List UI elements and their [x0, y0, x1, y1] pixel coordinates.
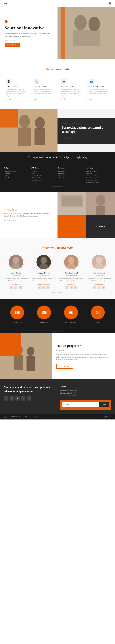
- agency-link[interactable]: Immagine di Freepik: [62, 137, 75, 139]
- expertise-heading: Design: [4, 167, 29, 169]
- svg-rect-9: [18, 128, 31, 146]
- social-link[interactable]: t: [98, 286, 101, 289]
- stat-label: PREMI: [96, 322, 100, 323]
- svg-point-2: [74, 15, 87, 30]
- footer-copyright: Copyright © 2024 Tutti i diritti riserva…: [4, 416, 40, 418]
- newsletter-submit-button[interactable]: INVIA: [99, 402, 109, 407]
- expertise-item: Proptypes: [31, 170, 57, 172]
- stat-label: PROGETTI: [41, 322, 48, 323]
- wwd-content: COSA FACCIAMO Lorem ipsum dolor sit amet…: [0, 192, 58, 238]
- expertise-item: Sviluppo: [58, 172, 84, 175]
- footer-socials: ft▶inp: [4, 396, 55, 400]
- expertise-grid: DesignMockup del prodottoWireframeUI/UXS…: [4, 167, 111, 183]
- social-link[interactable]: t: [42, 286, 45, 289]
- expertise-section: DesignMockup del prodottoWireframeUI/UXS…: [0, 162, 115, 192]
- service-card: 👥 Team di professionisti Lorem ipsum dol…: [86, 76, 112, 103]
- wwd-images: MOCKUP CUBIKEN: [58, 192, 115, 238]
- team-member-link[interactable]: Sviluppatore web: [59, 283, 84, 285]
- svg-rect-18: [96, 206, 105, 215]
- stat-number: 34: [96, 310, 100, 314]
- cta-section: Hai un progetto? Parliamo Duis aute irur…: [0, 333, 115, 379]
- svg-point-23: [41, 257, 47, 264]
- team-member-desc: Lorem ipsum dolor sit amet, adipiscing e…: [59, 278, 84, 282]
- service-desc: Lorem ipsum dolor sit amet, con adipisci…: [61, 88, 82, 97]
- social-link[interactable]: t: [70, 286, 73, 289]
- wwd-img-2: [86, 192, 115, 215]
- agency-content: SULL'AGENZIA DIGITALE Strategia, design,…: [58, 109, 115, 152]
- dark-band-text: Ci occupiamo di ricerca utenti, UX desig…: [4, 156, 111, 159]
- svg-rect-34: [14, 355, 23, 370]
- newsletter-email-input[interactable]: [62, 402, 99, 407]
- hero-cta-button[interactable]: CONTATTACI: [4, 43, 20, 47]
- footer-social-icon[interactable]: in: [21, 396, 25, 400]
- social-link[interactable]: f: [65, 286, 68, 289]
- svg-rect-5: [60, 7, 65, 60]
- svg-point-17: [96, 195, 105, 206]
- service-link[interactable]: DI PIÙ ›: [34, 98, 54, 100]
- svg-point-3: [88, 17, 100, 32]
- service-link[interactable]: DI PIÙ ›: [61, 98, 82, 100]
- social-link[interactable]: t: [14, 286, 17, 289]
- social-link[interactable]: in: [102, 286, 105, 289]
- stat-item: 34 PREMI: [91, 306, 105, 324]
- phone-label: Telefono:: [60, 392, 66, 394]
- social-link[interactable]: f: [10, 286, 13, 289]
- team-member-desc: Lorem ipsum dolor sit amet, adipiscing e…: [87, 278, 112, 282]
- expertise-list: WordPressSviluppo3 siti webJavaScript: [58, 170, 84, 179]
- team-member-link[interactable]: Direttore di design per: [31, 283, 56, 285]
- hamburger-icon[interactable]: ☰: [109, 2, 111, 5]
- team-grid: Alex Smith Lorem ipsum Lorem ipsum dolor…: [4, 254, 111, 289]
- agency-section: SULL'AGENZIA DIGITALE Strategia, design,…: [0, 109, 115, 152]
- service-link[interactable]: DI PIÙ ›: [6, 98, 27, 100]
- team-member-role: Lorem ipsum: [87, 275, 112, 276]
- agency-title: Strategia, design, contenuti e tecnologi…: [62, 125, 111, 134]
- footer-inner: Nam ultrices ultrices nec toror pulvinar…: [4, 385, 111, 410]
- footer-contact: Contatti Indirizzo: New York, USA Telefo…: [60, 385, 111, 410]
- team-member-link[interactable]: Lorem ipsum: [87, 283, 112, 285]
- footer-tagline-block: Nam ultrices ultrices nec toror pulvinar…: [4, 385, 55, 410]
- footer-social-icon[interactable]: f: [4, 396, 8, 400]
- service-icon: 👥: [89, 79, 94, 84]
- stat-item: 158 PROGETTI: [37, 306, 51, 324]
- expertise-item: Hosting di siti web: [31, 177, 57, 179]
- wwd-brand-name: CUBIKEN: [95, 224, 106, 229]
- stats-section: 288 CLIENTI FELICI 158 PROGETTI 98 TAZZE…: [0, 299, 115, 330]
- footer-social-icon[interactable]: p: [27, 396, 31, 400]
- stat-number: 98: [69, 310, 73, 314]
- svg-point-20: [13, 257, 19, 264]
- agency-photo: [0, 109, 58, 152]
- service-icon: 💻: [61, 79, 66, 84]
- team-member-link[interactable]: Lavora con lui: [4, 283, 28, 285]
- cta-button[interactable]: CONTATTACI: [57, 364, 73, 369]
- service-link[interactable]: DI PIÙ ›: [89, 98, 109, 100]
- social-link[interactable]: in: [47, 286, 50, 289]
- social-link[interactable]: in: [19, 286, 22, 289]
- cta-subtitle: Parliamo: [57, 349, 111, 351]
- hero-image-credit: Immagine di Freepik: [4, 40, 53, 42]
- agency-label: SULL'AGENZIA DIGITALE: [62, 122, 111, 124]
- service-icon: 📱: [6, 79, 11, 84]
- team-section: Incontra il nostro team Alex Smith Lorem…: [0, 238, 115, 299]
- svg-point-8: [19, 115, 30, 128]
- service-card: 🔧 Servizi di mobilità Lorem ipsum dolor …: [31, 76, 57, 103]
- footer-social-icon[interactable]: ▶: [15, 396, 20, 400]
- team-member-card: maggio Brown Direttore di design Lorem i…: [31, 254, 56, 289]
- social-link[interactable]: in: [74, 286, 77, 289]
- social-link[interactable]: f: [38, 286, 41, 289]
- team-avatar: [36, 254, 51, 270]
- team-socials: ftin: [4, 286, 28, 289]
- newsletter-form: INVIA: [62, 402, 109, 407]
- footer-social-icon[interactable]: t: [9, 396, 14, 400]
- svg-point-26: [68, 257, 74, 264]
- stat-circle: 98: [64, 306, 78, 320]
- hero-dot: [4, 20, 8, 23]
- hero-section: Soluzioni innovative Lorem ipsum dolor s…: [0, 7, 115, 60]
- logo[interactable]: logo: [4, 2, 8, 5]
- team-member-card: Ann Richmond Sviluppatore web Lorem ipsu…: [59, 254, 84, 289]
- agency-image: [0, 109, 58, 152]
- address-value: New York, USA: [67, 390, 77, 391]
- expertise-item: Wireframe: [4, 172, 29, 175]
- social-link[interactable]: f: [93, 286, 96, 289]
- team-member-card: Alex Smith Lorem ipsum Lorem ipsum dolor…: [4, 254, 28, 289]
- navigation: logo ☰: [0, 0, 115, 7]
